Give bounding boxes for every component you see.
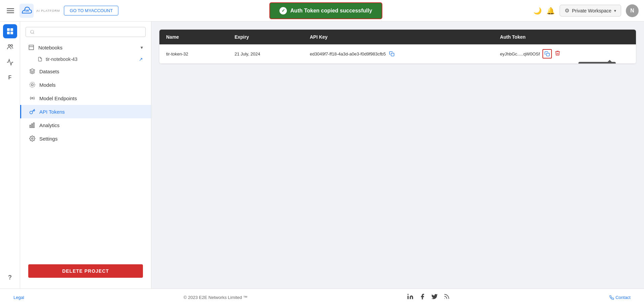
sidebar-item-settings[interactable]: Settings (20, 132, 151, 145)
svg-rect-15 (30, 125, 31, 128)
sidebar-item-model-endpoints[interactable]: Model Endpoints (20, 91, 151, 105)
svg-rect-4 (7, 32, 10, 34)
facebook-icon[interactable] (419, 293, 426, 302)
contact-label: Contact (615, 295, 631, 300)
svg-text:TIR: TIR (24, 9, 29, 12)
logo-text-area: AI PLATFORM (36, 9, 60, 12)
linkedin-icon[interactable] (407, 293, 414, 302)
svg-point-22 (408, 294, 409, 295)
api-key-cell: ed3049f7-ff18-4a3d-a0e3-f0d9f983cfb5 (303, 44, 493, 64)
settings-label: Settings (39, 136, 58, 142)
sidebar-notebooks-section[interactable]: Notebooks ▾ (20, 41, 151, 54)
sidebar-item-api-tokens[interactable]: API Tokens (20, 105, 151, 118)
sidebar-spacer (20, 145, 151, 259)
notebooks-title: Notebooks (28, 44, 63, 50)
rss-icon[interactable] (443, 293, 450, 302)
go-to-myaccount-button[interactable]: GO TO MYACCOUNT (64, 6, 118, 15)
api-tokens-icon (29, 109, 35, 115)
header-right: 🌙 🔔 ⚙ Private Workspace ▾ N (533, 4, 639, 17)
api-tokens-label: API Tokens (39, 109, 65, 115)
datasets-icon (29, 68, 35, 74)
phone-icon (609, 295, 614, 300)
file-icon (38, 57, 42, 62)
user-avatar[interactable]: N (626, 4, 639, 17)
svg-point-13 (30, 82, 35, 87)
workspace-icon: ⚙ (565, 7, 569, 14)
svg-rect-19 (391, 53, 394, 56)
svg-point-23 (444, 298, 445, 299)
sidebar-item-datasets[interactable]: Datasets (20, 65, 151, 78)
token-name-cell: tir-token-32 (159, 44, 228, 64)
notebooks-label: Notebooks (38, 45, 63, 50)
sidebar-item-models[interactable]: Models (20, 78, 151, 91)
delete-project-button[interactable]: DELETE PROJECT (28, 264, 143, 278)
svg-rect-16 (32, 124, 33, 127)
svg-rect-20 (546, 53, 550, 56)
svg-point-8 (31, 30, 34, 33)
analytics-icon (29, 122, 35, 128)
main-layout: F ? Notebooks ▾ tir-notebook-43 ↗ (0, 22, 644, 289)
sidebar-notebook-item[interactable]: tir-notebook-43 ↗ (20, 54, 151, 65)
table-row: tir-token-32 21 July, 2024 ed3049f7-ff18… (159, 44, 636, 64)
svg-rect-5 (10, 32, 13, 34)
tir-logo-icon: TIR (20, 4, 34, 18)
rail-item-users[interactable] (3, 40, 17, 54)
workspace-selector[interactable]: ⚙ Private Workspace ▾ (560, 5, 621, 16)
settings-icon (29, 136, 35, 142)
copy-auth-token-tooltip: Copy Auth Token (578, 62, 616, 64)
svg-point-12 (31, 84, 33, 86)
sidebar-search[interactable] (26, 27, 146, 37)
svg-rect-3 (10, 28, 13, 31)
svg-point-7 (10, 45, 12, 47)
delete-token-icon[interactable] (555, 50, 561, 58)
svg-rect-2 (7, 28, 10, 31)
main-content: Name Expiry API Key Auth Token tir-token… (151, 22, 644, 289)
notifications-icon[interactable]: 🔔 (546, 7, 555, 15)
hamburger-menu-icon[interactable] (5, 7, 15, 14)
svg-rect-17 (33, 123, 34, 127)
svg-marker-11 (30, 69, 35, 72)
svg-point-18 (32, 138, 33, 140)
datasets-label: Datasets (39, 69, 59, 74)
analytics-label: Analytics (39, 122, 60, 128)
token-table-container: Name Expiry API Key Auth Token tir-token… (159, 30, 636, 64)
col-name-header: Name (159, 30, 228, 44)
token-table: Name Expiry API Key Auth Token tir-token… (159, 30, 636, 64)
col-expiry-header: Expiry (228, 30, 303, 44)
notebooks-icon (28, 44, 34, 50)
col-auth-token-header: Auth Token (493, 30, 636, 44)
header: TIR AI PLATFORM GO TO MYACCOUNT Auth Tok… (0, 0, 644, 22)
logo-subtitle: AI PLATFORM (36, 9, 60, 12)
twitter-icon[interactable] (431, 293, 438, 302)
contact-link[interactable]: Contact (609, 295, 631, 300)
rail-item-help[interactable]: ? (3, 270, 17, 284)
notebooks-chevron-icon: ▾ (141, 45, 143, 50)
chevron-down-icon: ▾ (614, 8, 616, 13)
notebook-item-inner: tir-notebook-43 (38, 56, 77, 62)
dark-mode-icon[interactable]: 🌙 (533, 7, 542, 15)
header-left: TIR AI PLATFORM GO TO MYACCOUNT (5, 4, 118, 18)
svg-point-6 (8, 45, 10, 47)
rail-item-projects[interactable] (3, 24, 17, 38)
logo-area: TIR AI PLATFORM (20, 4, 60, 18)
legal-link[interactable]: Legal (13, 295, 24, 300)
col-api-key-header: API Key (303, 30, 493, 44)
svg-line-9 (33, 33, 34, 34)
workspace-label: Private Workspace (572, 8, 611, 13)
copy-auth-token-button[interactable] (542, 49, 552, 59)
header-center: Auth Token copied successfully (124, 2, 528, 19)
rail-item-analytics[interactable] (3, 55, 17, 69)
api-key-value: ed3049f7-ff18-4a3d-a0e3-f0d9f983cfb5 (310, 51, 386, 56)
icon-rail: F ? (0, 22, 20, 289)
external-link-icon[interactable]: ↗ (139, 56, 143, 62)
models-label: Models (39, 82, 55, 88)
footer: Legal © 2023 E2E Networks Limited ™ Cont… (0, 289, 644, 306)
social-links (407, 293, 450, 302)
model-endpoints-icon (29, 95, 35, 101)
sidebar-item-analytics[interactable]: Analytics (20, 118, 151, 132)
copyright-text: © 2023 E2E Networks Limited ™ (184, 295, 248, 300)
copy-api-key-icon[interactable] (388, 50, 395, 57)
svg-rect-21 (408, 296, 409, 299)
notebook-name: tir-notebook-43 (46, 56, 77, 62)
rail-item-f[interactable]: F (3, 71, 17, 85)
